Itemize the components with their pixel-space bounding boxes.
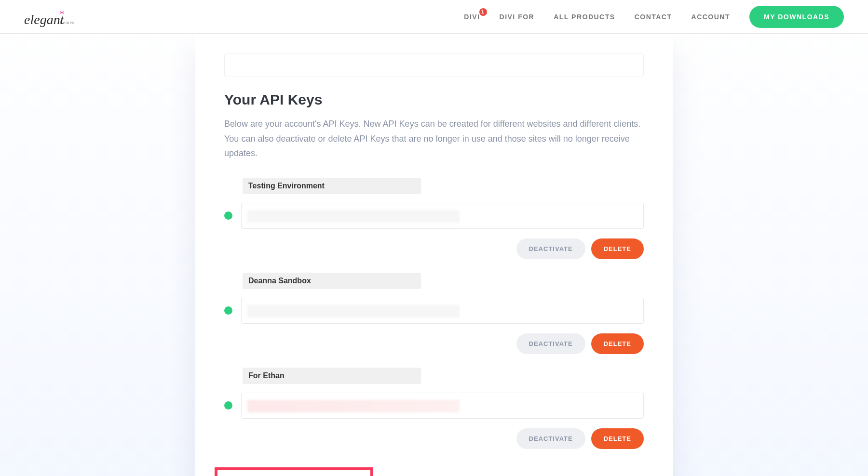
status-active-icon <box>224 401 232 410</box>
delete-button[interactable]: DELETE <box>591 428 644 449</box>
api-key-block: DEACTIVATE DELETE <box>224 368 644 449</box>
deactivate-button[interactable]: DEACTIVATE <box>516 333 585 354</box>
content-card: Your API Keys Below are your account's A… <box>195 34 673 476</box>
my-downloads-button[interactable]: MY DOWNLOADS <box>749 6 844 28</box>
logo[interactable]: elegant* themes <box>24 6 75 27</box>
api-key-name-input[interactable] <box>243 178 421 194</box>
main-container: Your API Keys Below are your account's A… <box>0 34 868 476</box>
api-key-row <box>224 203 644 229</box>
api-key-row <box>224 298 644 324</box>
asterisk-icon: * <box>59 9 64 19</box>
api-key-block: DEACTIVATE DELETE <box>224 273 644 354</box>
nav-label: DIVI <box>464 13 480 21</box>
nav-all-products[interactable]: ALL PRODUCTS <box>554 13 615 21</box>
api-key-row <box>224 393 644 419</box>
key-actions: DEACTIVATE DELETE <box>243 428 644 449</box>
deactivate-button[interactable]: DEACTIVATE <box>516 238 585 259</box>
delete-button[interactable]: DELETE <box>591 238 644 259</box>
nav-divi-for[interactable]: DIVI FOR <box>500 13 535 21</box>
redacted-key <box>247 400 460 412</box>
api-key-block: DEACTIVATE DELETE <box>224 178 644 259</box>
api-key-value-field[interactable] <box>241 298 644 324</box>
logo-main-text: elegan <box>24 12 60 27</box>
highlight-annotation: GENERATE NEW API KEY <box>215 467 373 476</box>
main-nav: DIVI 1 DIVI FOR ALL PRODUCTS CONTACT ACC… <box>464 6 844 28</box>
prior-field-box <box>224 53 644 77</box>
api-key-name-input[interactable] <box>243 273 421 289</box>
deactivate-button[interactable]: DEACTIVATE <box>516 428 585 449</box>
status-active-icon <box>224 306 232 315</box>
section-title: Your API Keys <box>224 92 644 108</box>
api-key-value-field[interactable] <box>241 203 644 229</box>
section-description: Below are your account's API Keys. New A… <box>224 117 644 161</box>
site-header: elegant* themes DIVI 1 DIVI FOR ALL PROD… <box>0 0 868 34</box>
nav-contact[interactable]: CONTACT <box>635 13 672 21</box>
redacted-key <box>247 305 460 317</box>
api-key-name-input[interactable] <box>243 368 421 384</box>
nav-divi[interactable]: DIVI 1 <box>464 13 480 21</box>
key-actions: DEACTIVATE DELETE <box>243 333 644 354</box>
redacted-key <box>247 210 460 223</box>
status-active-icon <box>224 212 232 220</box>
key-actions: DEACTIVATE DELETE <box>243 238 644 259</box>
notification-badge: 1 <box>479 8 487 16</box>
api-key-value-field[interactable] <box>241 393 644 419</box>
nav-account[interactable]: ACCOUNT <box>692 13 731 21</box>
delete-button[interactable]: DELETE <box>591 333 644 354</box>
